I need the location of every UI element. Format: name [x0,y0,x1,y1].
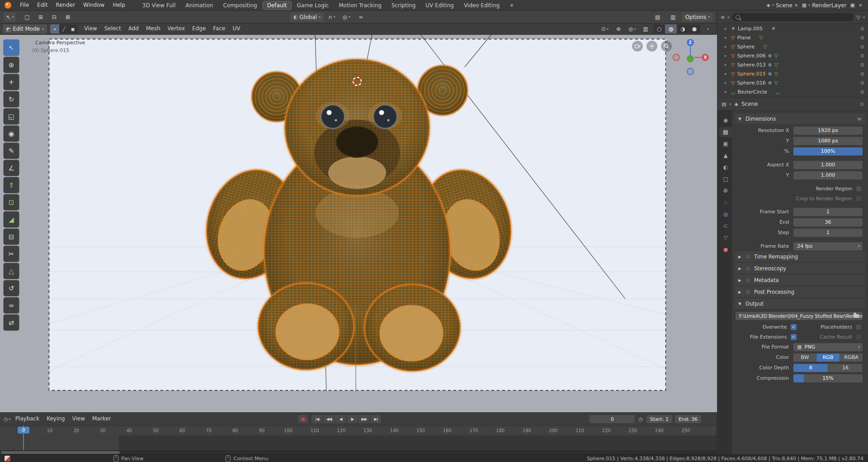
loop-cut-tool[interactable]: ⊟ [4,229,19,245]
menu-item[interactable]: Render [52,0,79,11]
select-intersect-mode[interactable]: ⊠ [61,13,74,22]
crop-to-render-region-checkbox[interactable] [856,196,862,202]
section-checkbox[interactable] [745,254,751,259]
outliner-item-sphere[interactable]: ▸ ▽ Sphere ⚙ ▽ ⊙ [717,42,868,51]
disclosure-triangle-icon[interactable]: ▸ [725,35,729,40]
select-subtract-mode[interactable]: ⊟ [48,13,61,22]
frame-start-field[interactable]: 1 [793,208,863,216]
timeline-ruler[interactable]: 0102030405060708090100110120130140150160… [0,425,717,436]
color-mode-option[interactable]: RGBA [840,354,863,362]
select-extend-mode[interactable]: ⊞ [34,13,47,22]
frame-step-field[interactable]: 1 [793,229,863,237]
snap-toggle[interactable]: ∩▾ [326,13,338,22]
color-mode-option[interactable]: RGB [816,354,840,362]
annotate-tool[interactable]: ✎ [4,143,19,159]
outliner-item-sphere-006[interactable]: ▸ ▽ Sphere.006 ⚙ ▽ ⊙ [717,51,868,60]
visibility-eye-icon[interactable]: ⊙ [860,44,864,50]
overwrite-checkbox[interactable] [791,324,797,330]
disclosure-triangle-icon[interactable]: ▸ [725,71,729,76]
scene-properties-tab[interactable]: ▲ [719,151,732,160]
unlink-icon[interactable]: × [794,3,798,8]
object-data-icon[interactable]: ▽ [774,62,778,68]
render-region-checkbox[interactable] [856,186,862,192]
knife-tool[interactable]: ✂ [4,246,19,262]
current-frame-field[interactable]: 0 [590,415,635,423]
outliner-item-beziercircle[interactable]: ▸ ◡ BezierCircle ⚙ ◡ ⊙ [717,87,868,96]
object-data-icon[interactable]: ▽ [774,53,778,59]
visibility-eye-icon[interactable]: ⊙ [860,53,864,59]
new-layer-icon[interactable]: ▣ [850,3,854,8]
stereoscopy-section[interactable]: ▶ Stereoscopy [735,263,865,273]
world-properties-tab[interactable]: ◐ [719,162,732,172]
particles-properties-tab[interactable]: ∴ [719,198,732,207]
file-extensions-checkbox[interactable] [791,334,797,340]
material-preview-shading[interactable]: ◑ [677,24,689,33]
mode-dropdown[interactable]: ◩ Edit Mode ▾ [3,24,47,33]
timeline-menu-item[interactable]: Marker [89,414,114,424]
next-keyframe-button[interactable]: ▶▶ [359,415,369,423]
edge-slide-tool[interactable]: ⇄ [4,315,19,330]
modifier-wrench-icon[interactable]: ⚙ [768,80,772,85]
viewport-menu-item[interactable]: Face [209,24,229,34]
rendered-shading[interactable]: ● [689,24,700,33]
output-properties-tab[interactable]: ▤ [719,127,732,137]
outliner-item-sphere-015[interactable]: ▸ ▽ Sphere.015 ⚙ ▽ ⊙ [717,69,868,78]
scale-tool[interactable]: ◱ [4,108,19,124]
viewport-menu-item[interactable]: Mesh [142,24,164,34]
workspace-tab[interactable]: Compositing [218,1,261,10]
folder-icon[interactable] [854,314,859,318]
modifier-properties-tab[interactable]: ⚙ [719,186,732,196]
workspace-tab[interactable]: Scripting [387,1,420,10]
modifier-wrench-icon[interactable]: ⚙ [768,53,772,58]
spin-tool[interactable]: ↺ [4,280,19,296]
jump-to-start-button[interactable]: |◀ [311,415,322,423]
output-path-field[interactable]: F:\UmkA\3D Blender\004_Fuzzy Stuffed Bea… [736,312,863,320]
rotate-tool[interactable]: ↻ [4,91,19,107]
output-section-header[interactable]: ▼ Output [735,298,865,309]
dimensions-section-header[interactable]: ▼ Dimensions ≡ [735,113,865,124]
panel-menu-icon[interactable]: ≡ [857,116,862,122]
box-select-tool[interactable]: ↖ [4,40,19,56]
move-tool[interactable]: + [4,74,19,90]
material-properties-tab[interactable]: ● [719,245,732,255]
frame-start-field-timeline[interactable]: Start: 1 [646,415,672,423]
viewport-canvas[interactable]: Camera Perspective (0) Sphere.015 ↖ ⊕ + [0,34,717,412]
options-dropdown[interactable]: Options ▾ [682,13,713,22]
workspace-tab[interactable]: Animation [181,1,217,10]
time-remapping-section[interactable]: ▶ Time Remapping [735,251,865,262]
workspace-tab[interactable]: Game Logic [292,1,334,10]
axis-x-negative-handle[interactable] [673,54,680,61]
outliner-search-input[interactable] [732,13,854,21]
disclosure-triangle-icon[interactable]: ▸ [725,26,729,31]
color-mode-option[interactable]: BW [793,354,816,362]
color-depth-option[interactable]: 8 [793,364,828,372]
smooth-tool[interactable]: ≈ [4,297,19,313]
object-data-properties-tab[interactable]: ▽ [719,233,732,243]
workspace-tab[interactable]: Video Editing [459,1,504,10]
visibility-eye-icon[interactable]: ⊙ [860,71,864,77]
physics-properties-tab[interactable]: ◎ [719,209,732,219]
cursor-tool[interactable]: ⊕ [4,57,19,73]
wireframe-shading[interactable]: ○ [653,24,665,33]
resolution-x-field[interactable]: 1920 px [793,127,863,135]
edge-select-mode[interactable]: ╱ [59,24,68,33]
timeline-menu-item[interactable]: View [68,414,88,424]
frame-end-field[interactable]: 36 [793,218,863,226]
shading-dropdown[interactable]: ▾ [702,24,714,33]
jump-to-end-button[interactable]: ▶| [370,415,381,423]
viewport-menu-item[interactable]: Edge [189,24,209,34]
select-set-mode[interactable]: □ [21,13,33,22]
object-data-icon[interactable]: ◡ [776,89,780,95]
overlays-dropdown[interactable]: ◎▾ [626,24,638,33]
workspace-tab[interactable]: Default [263,1,292,10]
blender-logo-icon[interactable] [5,2,11,9]
move-view-icon[interactable] [646,41,657,52]
metadata-section[interactable]: ▶ Metadata [735,275,865,285]
disclosure-triangle-icon[interactable]: ▸ [725,53,729,58]
outliner-item-plane[interactable]: ▸ ▽ Plane ⚙ ▽ ⊙ [717,33,868,42]
placeholders-checkbox[interactable] [856,324,862,330]
visibility-eye-icon[interactable]: ⊙ [860,80,864,86]
visibility-eye-icon[interactable]: ⊙ [860,26,864,32]
color-depth-option[interactable]: 16 [828,364,863,372]
object-data-icon[interactable]: ☀ [771,26,776,32]
